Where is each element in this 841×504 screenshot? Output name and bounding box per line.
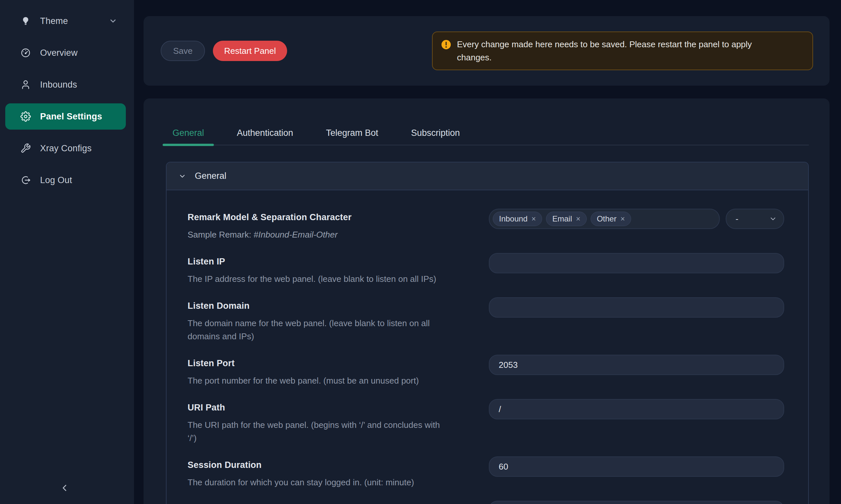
tab-label: Authentication (237, 128, 293, 138)
form-row-remark-model: Remark Model & Separation Character Samp… (188, 209, 784, 241)
listen-domain-input[interactable] (489, 297, 784, 318)
wrench-icon (20, 143, 31, 154)
tab-label: Subscription (411, 128, 460, 138)
session-duration-input[interactable] (489, 456, 784, 477)
tag-email: Email × (546, 212, 586, 226)
panel-title: General (195, 171, 226, 181)
settings-tabs: General Authentication Telegram Bot Subs… (162, 125, 809, 145)
form-row-uri-path: URI Path The URI path for the web panel.… (188, 399, 784, 445)
restart-warning-alert: Every change made here needs to be saved… (432, 32, 813, 70)
field-description: The port number for the web panel. (must… (188, 374, 450, 387)
field-label: Session Duration (188, 458, 489, 471)
field-label: URI Path (188, 401, 489, 414)
chevron-down-icon (769, 215, 777, 223)
sidebar-item-label: Theme (40, 16, 68, 26)
remove-tag-icon[interactable]: × (576, 215, 580, 223)
general-form: Remark Model & Separation Character Samp… (167, 190, 808, 504)
sidebar-item-xray-configs[interactable]: Xray Configs (5, 135, 126, 161)
tag-label: Inbound (499, 214, 528, 223)
gauge-icon (20, 48, 31, 58)
remove-tag-icon[interactable]: × (532, 215, 536, 223)
restart-panel-button[interactable]: Restart Panel (213, 41, 287, 61)
field-label: Remark Model & Separation Character (188, 211, 489, 224)
tab-authentication[interactable]: Authentication (227, 125, 303, 145)
active-tab-indicator (162, 144, 214, 146)
sidebar-item-panel-settings[interactable]: Panel Settings (5, 103, 126, 130)
save-button[interactable]: Save (161, 41, 205, 61)
form-row-listen-port: Listen Port The port number for the web … (188, 355, 784, 387)
chevron-down-icon[interactable] (109, 17, 117, 25)
field-description: The domain name for the web panel. (leav… (188, 317, 450, 343)
alert-message: Every change made here needs to be saved… (457, 38, 772, 64)
pagination-size-input[interactable] (489, 501, 784, 504)
sidebar-item-overview[interactable]: Overview (5, 40, 126, 66)
sidebar-item-label: Panel Settings (40, 111, 102, 122)
sidebar-item-inbounds[interactable]: Inbounds (5, 72, 126, 98)
listen-ip-input[interactable] (489, 253, 784, 273)
toolbar-card: Save Restart Panel Every change made her… (143, 16, 829, 86)
remark-model-multiselect[interactable]: Inbound × Email × Other × (489, 209, 720, 229)
gear-icon (20, 111, 31, 122)
sidebar-item-label: Xray Configs (40, 143, 92, 154)
tab-subscription[interactable]: Subscription (401, 125, 470, 145)
form-row-pagination-size: Pagination Size (188, 501, 784, 504)
user-icon (20, 79, 31, 90)
field-description: Sample Remark: #Inbound-Email-Other (188, 228, 489, 241)
sidebar-nav: Theme Overview Inbounds (0, 0, 134, 193)
logout-icon (20, 175, 31, 185)
uri-path-input[interactable] (489, 399, 784, 419)
sample-remark-prefix: Sample Remark: (188, 230, 254, 239)
sidebar: Theme Overview Inbounds (0, 0, 134, 504)
sidebar-item-theme[interactable]: Theme (5, 8, 126, 34)
form-row-listen-domain: Listen Domain The domain name for the we… (188, 297, 784, 343)
sidebar-item-label: Inbounds (40, 80, 77, 90)
field-label: Listen IP (188, 255, 489, 268)
field-description: The URI path for the web panel. (begins … (188, 418, 450, 445)
field-label: Pagination Size (188, 503, 489, 504)
remove-tag-icon[interactable]: × (621, 215, 625, 223)
chevron-down-icon (178, 172, 186, 180)
general-collapse-header[interactable]: General (167, 162, 808, 190)
tab-general[interactable]: General (162, 125, 214, 145)
general-collapse-panel: General Remark Model & Separation Charac… (166, 162, 809, 504)
form-row-session-duration: Session Duration The duration for which … (188, 456, 784, 489)
listen-port-input[interactable] (489, 355, 784, 375)
form-row-listen-ip: Listen IP The IP address for the web pan… (188, 253, 784, 286)
sidebar-item-label: Log Out (40, 175, 72, 185)
sidebar-item-log-out[interactable]: Log Out (5, 167, 126, 193)
tag-label: Other (597, 214, 617, 223)
tag-label: Email (552, 214, 572, 223)
field-description: The duration for which you can stay logg… (188, 476, 450, 489)
settings-card: General Authentication Telegram Bot Subs… (143, 98, 829, 504)
tag-other: Other × (591, 212, 631, 226)
tag-inbound: Inbound × (493, 212, 542, 226)
panel-settings-page: Theme Overview Inbounds (0, 0, 841, 504)
field-description: The IP address for the web panel. (leave… (188, 272, 450, 286)
separator-select[interactable]: - (726, 209, 784, 229)
tab-label: General (172, 128, 204, 138)
tab-label: Telegram Bot (326, 128, 378, 138)
sidebar-item-label: Overview (40, 48, 78, 58)
separator-value: - (736, 214, 738, 224)
bulb-icon (20, 16, 31, 26)
tab-telegram-bot[interactable]: Telegram Bot (316, 125, 388, 145)
field-label: Listen Domain (188, 299, 489, 312)
sample-remark-value: #Inbound-Email-Other (254, 230, 338, 239)
field-label: Listen Port (188, 357, 489, 370)
sidebar-collapse-button[interactable] (59, 483, 70, 493)
warning-icon (441, 39, 452, 50)
